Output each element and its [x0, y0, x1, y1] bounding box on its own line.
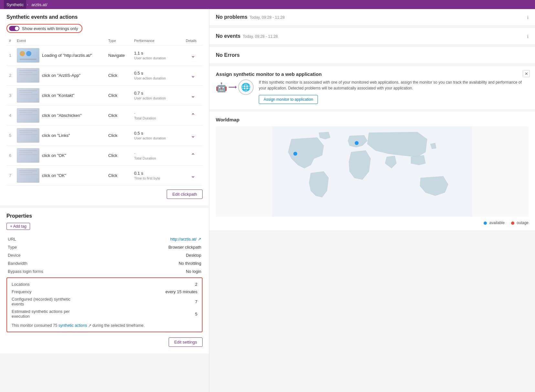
event-type: Navigate [106, 46, 131, 66]
event-label: click on "Links" [42, 133, 70, 138]
no-events-time: Today, 09:28 - 11:28 [242, 34, 278, 39]
assign-arrow-icon: ⟶ [228, 84, 237, 91]
chevron-up-icon[interactable]: ⌃ [191, 152, 195, 159]
properties-title: Properties [6, 213, 203, 219]
table-row: 1Loading of "http://arztis.at/"Navigate1… [6, 46, 203, 66]
assign-content: 🤖 ⟶ 🌐 If this synthetic monitor is assoc… [216, 79, 529, 104]
prop-value: No login [71, 267, 203, 275]
prop-key: Locations [10, 281, 75, 288]
col-type: Type [106, 37, 131, 46]
prop-link[interactable]: http://arztis.at/ ↗ [170, 237, 201, 242]
assign-description: If this synthetic monitor is associated … [259, 79, 529, 91]
main-layout: Synthetic events and actions Show events… [0, 9, 535, 392]
worldmap-title: Worldmap [216, 117, 529, 122]
event-performance: 0.7 sUser action duration [131, 86, 183, 106]
event-type: Click [106, 146, 131, 166]
properties-card: Properties + Add tag URLhttp://arztis.at… [0, 208, 209, 353]
legend-available-label: available [489, 221, 505, 225]
event-num: 6 [6, 146, 14, 166]
properties-table: URLhttp://arztis.at/ ↗TypeBrowser clickp… [6, 235, 203, 275]
prop-key: Type [6, 243, 71, 251]
chevron-down-icon[interactable]: ⌄ [191, 52, 195, 59]
prop-value: 7 [75, 295, 199, 308]
event-cell: Loading of "http://arztis.at/" [14, 46, 106, 66]
event-chevron-cell[interactable]: ⌄ [183, 46, 203, 66]
event-performance: 0.1 sTime to first byte [131, 166, 183, 186]
top-navigation: Synthetic › arztis.at/ [0, 0, 535, 9]
chevron-down-icon[interactable]: ⌄ [191, 172, 195, 179]
prop-value[interactable]: http://arztis.at/ ↗ [71, 235, 203, 243]
worldmap-container [216, 126, 529, 217]
table-row: 7click on "OK"Click0.1 sTime to first by… [6, 166, 203, 186]
event-label: click on "Kontakt" [42, 93, 74, 98]
right-panel: ℹ No problems Today, 09:28 - 11:28 ℹ No … [209, 9, 535, 392]
map-point-eu [355, 141, 359, 145]
edit-settings-button[interactable]: Edit settings [169, 337, 203, 347]
prop-key: Bypass login forms [6, 267, 71, 275]
assign-monitor-button[interactable]: Assign monitor to application [259, 95, 318, 104]
event-chevron-cell[interactable]: ⌄ [183, 66, 203, 86]
synthetic-actions-link[interactable]: synthetic actions [58, 323, 87, 328]
toggle-area[interactable]: Show events with timings only [6, 24, 82, 33]
event-performance: -Total Duration [131, 106, 183, 126]
event-chevron-cell[interactable]: ⌄ [183, 126, 203, 146]
event-type: Click [106, 166, 131, 186]
globe-icon: 🌐 [238, 79, 254, 95]
table-row: 5click on "Links"Click0.5 sUser action d… [6, 126, 203, 146]
perf-value: 0.5 s [134, 131, 181, 136]
no-problems-time: Today, 09:28 - 11:28 [248, 15, 285, 20]
chevron-down-icon[interactable]: ⌄ [191, 92, 195, 99]
edit-clickpath-button[interactable]: Edit clickpath [167, 190, 203, 199]
event-type: Click [106, 126, 131, 146]
event-num: 1 [6, 46, 14, 66]
monitor-note-suffix: during the selected timeframe. [91, 323, 145, 328]
perf-sub: Total Duration [134, 116, 181, 120]
event-thumbnail [17, 68, 39, 83]
property-row: Bypass login formsNo login [6, 267, 203, 275]
left-panel: Synthetic events and actions Show events… [0, 9, 209, 392]
event-chevron-cell[interactable]: ⌄ [183, 166, 203, 186]
info-icon-problems[interactable]: ℹ [527, 15, 529, 20]
event-performance: 0.5 sUser action duration [131, 66, 183, 86]
perf-value: 0.5 s [134, 71, 181, 76]
event-cell: click on "Abschicken" [14, 106, 106, 126]
event-thumbnail [17, 128, 39, 143]
highlighted-property-row: Estimated synthetic actions per executio… [10, 308, 199, 320]
chevron-down-icon[interactable]: ⌄ [191, 72, 195, 79]
prop-key: Frequency [10, 288, 75, 295]
toggle-switch[interactable] [9, 26, 19, 31]
event-chevron-cell[interactable]: ⌃ [183, 106, 203, 126]
event-chevron-cell[interactable]: ⌄ [183, 86, 203, 106]
legend-available: available [484, 221, 505, 225]
event-label: click on "Abschicken" [42, 113, 82, 118]
event-label: click on "OK" [42, 173, 66, 178]
table-row: 4click on "Abschicken"Click-Total Durati… [6, 106, 203, 126]
legend-outage-label: outage [517, 221, 529, 225]
worldmap-section: Worldmap [209, 112, 535, 230]
worldmap-svg [216, 126, 529, 217]
no-problems-title: No problems [216, 14, 247, 20]
event-num: 4 [6, 106, 14, 126]
properties-highlight-table: Locations2Frequencyevery 15 minutesConfi… [10, 281, 199, 320]
prop-key: Bandwidth [6, 259, 71, 267]
chevron-up-icon[interactable]: ⌃ [191, 112, 195, 119]
nav-synthetic[interactable]: Synthetic [4, 0, 26, 9]
monitor-note-prefix: This monitor consumed 75 [12, 323, 58, 328]
nav-breadcrumb[interactable]: arztis.at/ [29, 0, 50, 9]
prop-value: No throttling [71, 259, 203, 267]
event-chevron-cell[interactable]: ⌃ [183, 146, 203, 166]
no-errors-title: No Errors [216, 52, 240, 58]
add-tag-button[interactable]: + Add tag [6, 223, 30, 230]
map-point-us [293, 152, 297, 156]
highlighted-property-row: Frequencyevery 15 minutes [10, 288, 199, 295]
info-icon-events[interactable]: ℹ [527, 34, 529, 39]
event-label: Loading of "http://arztis.at/" [42, 53, 92, 58]
assign-close-button[interactable]: ✕ [523, 70, 530, 77]
prop-value: every 15 minutes [75, 288, 199, 295]
perf-sub: User action duration [134, 96, 181, 100]
event-type: Click [106, 66, 131, 86]
monitor-note: This monitor consumed 75 synthetic actio… [10, 323, 199, 328]
chevron-down-icon[interactable]: ⌄ [191, 132, 195, 139]
event-num: 5 [6, 126, 14, 146]
highlighted-property-row: Configured (recorded) synthetic events7 [10, 295, 199, 308]
